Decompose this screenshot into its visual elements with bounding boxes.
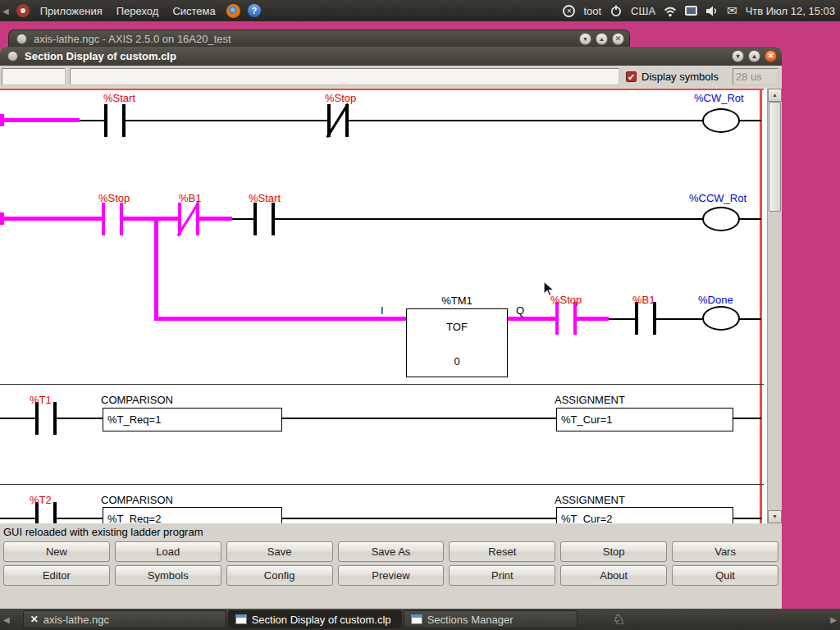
taskbar-item-section-display[interactable]: Section Display of custom.clp <box>228 610 402 628</box>
load-button[interactable]: Load <box>115 541 221 562</box>
menu-places[interactable]: Переход <box>113 5 162 17</box>
help-icon[interactable] <box>248 4 261 17</box>
assignment-expression: %T_Cur=1 <box>561 413 613 426</box>
panel-left-group: Приложения Переход Система <box>0 4 261 18</box>
assignment-block: %T_Cur=1 <box>556 408 733 431</box>
timer-output-label: Q <box>516 304 524 317</box>
new-button[interactable]: New <box>3 541 110 562</box>
ladder-window-title: Section Display of custom.clp <box>25 50 728 62</box>
speaker-icon[interactable] <box>705 5 719 17</box>
close-icon[interactable] <box>765 50 777 62</box>
window-menu-icon[interactable] <box>16 34 27 44</box>
taskbar-scroll-right-icon[interactable] <box>830 615 840 624</box>
ladder-window-controls <box>728 50 777 62</box>
save-button[interactable]: Save <box>226 541 333 562</box>
stop-button[interactable]: Stop <box>560 541 667 562</box>
status-bar: GUI reloaded with existing ladder progra… <box>0 523 782 540</box>
contact-label: %Start <box>249 192 281 204</box>
coil <box>702 306 740 331</box>
coil-label: %Done <box>698 294 733 306</box>
save-as-button[interactable]: Save As <box>338 541 445 562</box>
rung-separator <box>0 484 764 485</box>
print-button[interactable]: Print <box>449 565 555 586</box>
comparison-expression: %T_Req=2 <box>107 513 161 523</box>
contact-no <box>253 203 275 235</box>
editor-button[interactable]: Editor <box>3 565 110 586</box>
contact-no-energized <box>102 203 123 235</box>
window-filler <box>0 587 782 609</box>
rung-outline-top <box>0 89 764 90</box>
assignment-expression: %T_Cur=2 <box>561 513 613 523</box>
panel-hide-arrow-icon[interactable] <box>2 7 9 16</box>
mouse-cursor <box>543 281 556 299</box>
wire-energized <box>0 118 80 122</box>
scrollbar-thumb[interactable] <box>769 102 781 212</box>
taskbar-item-label: Section Display of custom.clp <box>252 614 391 626</box>
maximize-icon[interactable] <box>748 50 760 62</box>
taskbar: ✕ axis-lathe.ngc Section Display of cust… <box>0 609 840 630</box>
contact-nc-energized <box>178 203 199 235</box>
clock[interactable]: Чтв Июл 12, 15:03 <box>746 5 835 17</box>
rung-separator <box>0 384 764 385</box>
scroll-down-icon[interactable] <box>768 510 782 523</box>
comparison-block: %T_Req=2 <box>103 507 282 523</box>
menu-applications[interactable]: Приложения <box>37 5 106 17</box>
timer-type-label: TOF <box>407 321 507 333</box>
minimize-icon[interactable] <box>579 33 591 45</box>
wifi-icon[interactable] <box>664 5 677 17</box>
display-icon[interactable] <box>685 6 697 16</box>
config-button[interactable]: Config <box>226 565 333 586</box>
firefox-icon[interactable] <box>226 4 240 18</box>
mail-icon[interactable] <box>727 3 737 18</box>
ladder-window-titlebar[interactable]: Section Display of custom.clp <box>0 47 782 66</box>
status-message: GUI reloaded with existing ladder progra… <box>3 526 203 538</box>
contact-label: %B1 <box>632 294 655 306</box>
menu-system[interactable]: Система <box>169 5 218 17</box>
status-menu-icon[interactable] <box>563 5 575 17</box>
window-menu-icon[interactable] <box>7 51 18 62</box>
quit-button[interactable]: Quit <box>672 565 778 586</box>
preview-button[interactable]: Preview <box>338 565 445 586</box>
scroll-up-icon[interactable] <box>768 89 782 102</box>
username-label[interactable]: toot <box>583 5 601 17</box>
about-button[interactable]: About <box>560 565 667 586</box>
coil-label: %CCW_Rot <box>689 192 746 204</box>
contact-label: %T2 <box>30 494 52 506</box>
reset-button[interactable]: Reset <box>449 541 555 562</box>
contact-no <box>35 402 57 435</box>
left-rail-stub-energized <box>0 114 4 126</box>
assignment-block: %T_Cur=2 <box>556 507 733 523</box>
knight-icon[interactable] <box>613 611 625 628</box>
close-icon[interactable] <box>612 33 624 45</box>
button-panel: New Load Save Save As Reset Stop Vars Ed… <box>0 540 782 587</box>
ladder-canvas: %Start %Stop %CW_Rot %Stop %B1 %Start %C… <box>0 89 782 523</box>
power-icon[interactable] <box>609 4 623 18</box>
axis-window-title: axis-lathe.ngc - AXIS 2.5.0 on 16A20_tes… <box>34 33 575 45</box>
applications-icon[interactable] <box>16 4 30 17</box>
taskbar-item-sections-manager[interactable]: Sections Manager <box>404 610 578 628</box>
taskbar-item-label: axis-lathe.ngc <box>43 614 109 626</box>
ladder-toolbar: Display symbols 28 us <box>0 66 782 89</box>
vars-button[interactable]: Vars <box>672 541 778 562</box>
keyboard-layout-indicator[interactable]: США <box>631 5 655 17</box>
minimize-icon[interactable] <box>732 50 744 62</box>
axis-window-controls <box>575 33 624 45</box>
display-symbols-checkbox[interactable] <box>626 71 637 82</box>
left-rail-stub-energized <box>0 212 4 225</box>
timer-block: TOF 0 <box>406 308 508 377</box>
contact-label: %T1 <box>30 394 52 406</box>
symbols-button[interactable]: Symbols <box>115 565 221 586</box>
maximize-icon[interactable] <box>596 33 608 45</box>
comment-entry[interactable] <box>70 68 619 85</box>
section-entry[interactable] <box>2 68 66 85</box>
vertical-scrollbar[interactable] <box>767 89 782 523</box>
axis-window-titlebar[interactable]: axis-lathe.ngc - AXIS 2.5.0 on 16A20_tes… <box>8 30 630 47</box>
contact-label: %B1 <box>179 192 201 204</box>
taskbar-item-axis[interactable]: ✕ axis-lathe.ngc <box>23 610 226 628</box>
timer-name-label: %TM1 <box>406 294 508 307</box>
assignment-title: ASSIGNMENT <box>555 494 625 506</box>
comparison-expression: %T_Req=1 <box>107 413 161 426</box>
taskbar-scroll-left-icon[interactable] <box>0 615 10 624</box>
ladder-window: Section Display of custom.clp Display sy… <box>0 47 782 609</box>
timer-input-label: I <box>381 304 384 317</box>
